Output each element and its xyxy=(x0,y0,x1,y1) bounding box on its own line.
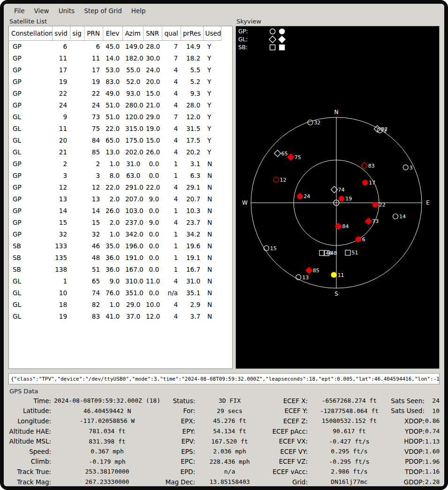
satellite-list-panel: Satellite List ConstellationsvidsigPRNEl… xyxy=(8,18,233,369)
table-cell: 6 xyxy=(84,41,103,53)
table-row[interactable]: SB1354836.0191.00.0119.1N xyxy=(9,252,221,264)
table-cell: 49.0 xyxy=(103,88,122,100)
table-cell: 167.0 xyxy=(122,264,143,276)
table-cell: 1.0 xyxy=(103,299,122,311)
table-row[interactable]: GP15152.0237.09.0423.7N xyxy=(9,217,221,229)
table-cell: 84 xyxy=(84,135,103,146)
table-row[interactable]: GL117522.0315.019.0431.5Y xyxy=(9,123,221,135)
gps-field-label: EPV: xyxy=(163,437,196,445)
table-row[interactable]: GP13132.0207.09.0420.7N xyxy=(9,193,221,205)
menu-item-units[interactable]: Units xyxy=(54,5,80,17)
table-cell xyxy=(70,276,84,287)
table-row[interactable]: GL218513.0202.026.0420.2Y xyxy=(9,146,221,158)
satellite-label: 14 xyxy=(399,214,406,220)
column-header-constellation[interactable]: Constellation xyxy=(9,26,52,41)
table-cell: 0.0 xyxy=(143,252,162,264)
table-cell: 196.0 xyxy=(122,240,143,252)
gps-field-value: 0.367 mph xyxy=(52,448,163,455)
table-cell: GP xyxy=(9,41,52,53)
gps-field-label: EPC: xyxy=(163,458,196,465)
table-row[interactable]: GP121222.0291.022.0429.1N xyxy=(9,182,221,193)
satellite-label: 65 xyxy=(281,151,288,157)
table-cell: Y xyxy=(203,100,221,111)
menu-item-view[interactable]: View xyxy=(30,5,54,17)
table-row[interactable]: GP242451.0280.021.0428.0Y xyxy=(9,100,221,111)
table-cell: 1.0 xyxy=(103,158,122,170)
menu-item-step-of-grid[interactable]: Step of Grid xyxy=(79,5,127,17)
column-header-azim[interactable]: Azim xyxy=(122,26,143,41)
table-row[interactable]: GL1659.0310.011.0431.0N xyxy=(9,276,221,287)
skyview-title: Skyview xyxy=(235,18,440,26)
app-window: FileViewUnitsStep of GridHelp Satellite … xyxy=(0,0,448,490)
table-cell: 18 xyxy=(52,299,70,311)
table-cell: 20.0 xyxy=(143,76,162,88)
table-row[interactable]: SB1334635.0196.00.0119.6N xyxy=(9,240,221,252)
table-cell: 182.0 xyxy=(122,53,143,64)
table-row[interactable]: GP141426.0103.00.0110.3N xyxy=(9,205,221,217)
table-cell: N xyxy=(203,158,221,170)
table-cell: 83.0 xyxy=(103,76,122,88)
table-cell: 13 xyxy=(84,193,103,205)
gps-field-value: 2.28 xyxy=(425,478,440,485)
table-row[interactable]: GL198341.037.012.043.7N xyxy=(9,311,221,322)
table-cell: 24.0 xyxy=(143,64,162,76)
table-cell: N xyxy=(203,205,221,217)
table-row[interactable]: GP111114.0182.030.0718.2Y xyxy=(9,53,221,64)
column-header-svid[interactable]: svid xyxy=(52,26,70,41)
gps-field-label: ECEF VX: xyxy=(264,437,308,445)
table-cell: 65 xyxy=(84,276,103,287)
table-row[interactable]: GP222249.093.015.049.3Y xyxy=(9,88,221,100)
satellite-label: 22 xyxy=(379,202,386,208)
table-cell: GP xyxy=(9,100,52,111)
menu-item-help[interactable]: Help xyxy=(127,5,151,17)
satellite-table-container[interactable]: ConstellationsvidsigPRNElevAzimSNRqualpr… xyxy=(8,26,233,369)
table-cell: 1 xyxy=(162,240,181,252)
table-cell xyxy=(70,76,84,88)
table-cell: 4 xyxy=(162,135,181,146)
table-cell: 26.0 xyxy=(143,146,162,158)
column-header-snr[interactable]: SNR xyxy=(143,26,162,41)
table-cell: N xyxy=(203,193,221,205)
table-cell xyxy=(70,158,84,170)
table-row[interactable]: GP171753.055.024.045.5Y xyxy=(9,64,221,76)
table-row[interactable]: GL107476.0351.00.0n/a35.1N xyxy=(9,287,221,299)
table-row[interactable]: SB1385136.0167.00.0116.7N xyxy=(9,264,221,276)
table-row[interactable]: GL97351.0120.029.0712.0Y xyxy=(9,111,221,123)
table-row[interactable]: GP338.063.00.016.3N xyxy=(9,170,221,182)
gps-field-value: -0.179 mph xyxy=(52,458,163,465)
table-cell: 1 xyxy=(162,229,181,240)
table-cell: N xyxy=(203,217,221,229)
table-cell xyxy=(70,53,84,64)
satellite-marker-51: 51 xyxy=(345,250,358,256)
satellite-label: 51 xyxy=(352,250,358,256)
table-cell: 6.3 xyxy=(181,170,203,182)
table-row[interactable]: GP32321.0342.00.0134.2N xyxy=(9,229,221,240)
table-row[interactable]: GP6645.0149.028.0714.9Y xyxy=(9,41,221,53)
gps-field-label: For: xyxy=(163,407,196,414)
table-cell: 19.1 xyxy=(181,252,203,264)
table-cell: 14 xyxy=(84,205,103,217)
table-cell: N xyxy=(203,229,221,240)
column-header-elev[interactable]: Elev xyxy=(103,26,122,41)
satellite-list-title: Satellite List xyxy=(8,18,233,26)
menu-item-file[interactable]: File xyxy=(9,5,30,17)
satellite-label: 19 xyxy=(345,196,352,202)
column-header-used[interactable]: Used xyxy=(203,26,221,41)
table-row[interactable]: GP191983.052.020.045.2Y xyxy=(9,76,221,88)
column-header-sig[interactable]: sig xyxy=(70,26,84,41)
table-cell: 21 xyxy=(52,146,70,158)
table-cell: 19.6 xyxy=(181,240,203,252)
table-cell: 22 xyxy=(52,88,70,100)
table-row[interactable]: GL208465.0175.015.0417.5Y xyxy=(9,135,221,146)
gps-field-label: ECEF X: xyxy=(264,397,308,405)
table-cell: 1 xyxy=(162,170,181,182)
column-header-prn[interactable]: PRN xyxy=(84,26,103,41)
column-header-prres[interactable]: prRes xyxy=(181,26,203,41)
gps-field-label: Track True: xyxy=(8,468,52,475)
table-cell xyxy=(70,240,84,252)
table-row[interactable]: GP221.031.00.013.1N xyxy=(9,158,221,170)
raw-tpv-json-field[interactable]: {"class":"TPV","device":"/dev/ttyUSB0","… xyxy=(8,373,440,384)
column-header-qual[interactable]: qual xyxy=(162,26,181,41)
table-cell: GP xyxy=(9,88,52,100)
table-row[interactable]: GL18821.029.010.042.9N xyxy=(9,299,221,311)
